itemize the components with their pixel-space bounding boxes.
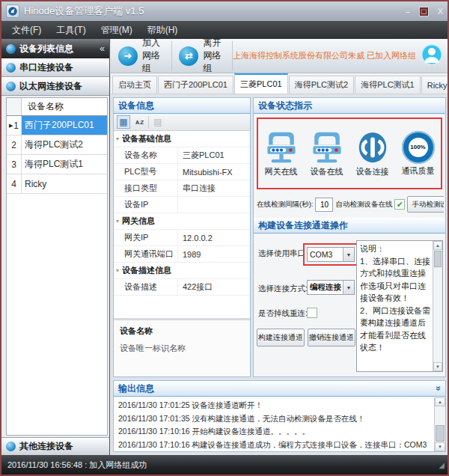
device-row-4[interactable]: 4 Ricky xyxy=(7,174,107,194)
device-name-cell[interactable]: 海得PLC测试2 xyxy=(22,135,107,154)
device-list-title: 设备列表信息 xyxy=(19,43,73,55)
group-serial-devices[interactable]: 串口连接设备 xyxy=(1,58,109,77)
title-bar: Hinode设备管理客户端 v1.5 – □ X xyxy=(1,1,448,21)
property-grid: ▾ 设备基础信息 设备名称 三菱PLC01 PLC型号 Mitsubishi-F… xyxy=(114,131,250,296)
scrollbar-thumb[interactable] xyxy=(434,251,442,267)
row-index: 4 xyxy=(7,174,22,193)
device-row-1[interactable]: ▶1 西门子200PLC01 xyxy=(7,116,107,135)
property-row[interactable]: PLC型号 Mitsubishi-FX xyxy=(114,164,250,180)
output-title: 输出信息 xyxy=(118,382,154,395)
leave-network-button[interactable]: ⇄ 离开网络组 xyxy=(171,39,232,73)
scroll-down-icon[interactable]: ▼ xyxy=(435,442,445,451)
tab-siemens-plc[interactable]: 西门子200PLC01 xyxy=(158,76,233,94)
scroll-up-icon[interactable]: ▲ xyxy=(435,397,445,406)
device-name-cell[interactable]: 海得PLC测试1 xyxy=(22,155,107,174)
category-collapse-icon[interactable]: ▾ xyxy=(116,135,119,142)
device-name-cell[interactable]: Ricky xyxy=(22,174,107,193)
device-status-header: 设备状态指示 xyxy=(254,98,445,114)
maximize-button[interactable]: □ xyxy=(419,7,429,16)
collapse-sidebar-icon[interactable]: « xyxy=(100,43,105,54)
indicator-device-online: 设备在线 xyxy=(305,130,349,177)
interval-input[interactable] xyxy=(315,198,333,212)
property-row[interactable]: 设备名称 三菱PLC01 xyxy=(114,147,250,164)
dropdown-icon[interactable]: ▼ xyxy=(343,281,354,294)
tab-hite-test1[interactable]: 海得PLC测试1 xyxy=(355,76,421,94)
tab-ricky[interactable]: Ricky xyxy=(421,76,449,94)
output-panel: 输出信息 « 2016/11/30 17:01:25 设备连接通道断开！ 201… xyxy=(113,380,446,452)
property-row[interactable]: 设备IP xyxy=(114,197,250,213)
reconnect-checkbox[interactable] xyxy=(307,308,317,318)
status-bar-text: 2016/11/30 16:56:48 : 加入网络组成功 xyxy=(7,460,147,471)
app-logo-icon xyxy=(6,4,19,18)
property-pages-icon: ▤ xyxy=(151,115,165,129)
note-scrollbar[interactable]: ▲ ▼ xyxy=(433,241,442,371)
tab-hite-test2[interactable]: 海得PLC测试2 xyxy=(289,76,355,94)
device-row-3[interactable]: 3 海得PLC测试1 xyxy=(7,155,107,174)
group-other-devices[interactable]: 其他连接设备 xyxy=(1,437,109,455)
tab-content: 设备信息 ▦ A↓Z ▤ ▾ 设备基础信息 设备名称 三菱PLC01 xyxy=(111,94,448,455)
user-avatar-icon[interactable] xyxy=(421,43,443,69)
output-log-area: 2016/11/30 17:01:25 设备连接通道断开！ 2016/11/30… xyxy=(114,397,445,451)
property-row[interactable]: 网关IP 12.0.0.2 xyxy=(114,230,250,246)
device-list-icon xyxy=(6,44,16,54)
device-list-header[interactable]: 设备列表信息 « xyxy=(1,39,109,58)
output-collapse-icon[interactable]: « xyxy=(433,386,444,391)
join-network-label: 加入网络组 xyxy=(142,37,164,75)
sort-alphabetical-icon[interactable]: A↓Z xyxy=(132,115,146,129)
output-scrollbar[interactable]: ▲ ▼ xyxy=(434,397,445,451)
device-status-title: 设备状态指示 xyxy=(258,100,312,112)
window-title: Hinode设备管理客户端 v1.5 xyxy=(24,4,144,18)
connect-mode-label: 选择连接方式: xyxy=(258,284,308,294)
category-description-info[interactable]: ▾ 设备描述信息 xyxy=(114,263,250,279)
scroll-up-icon[interactable]: ▲ xyxy=(433,241,442,250)
group-ethernet-devices[interactable]: 以太网连接设备 xyxy=(1,77,109,96)
device-info-title: 设备信息 xyxy=(118,100,154,112)
category-collapse-icon[interactable]: ▾ xyxy=(116,218,119,225)
tab-mitsubishi-plc[interactable]: 三菱PLC01 xyxy=(234,73,288,94)
manual-detect-button[interactable]: 手动检测设备在线 xyxy=(407,196,444,213)
column-device-name[interactable]: 设备名称 xyxy=(22,98,107,115)
device-list-panel: 设备列表信息 « 串口连接设备 以太网连接设备 设备名称 ▶1 西门子200PL… xyxy=(1,39,110,455)
build-channel-button[interactable]: 构建连接通道 xyxy=(257,329,305,347)
serial-port-label: 选择使用串口: xyxy=(258,248,308,259)
menu-manage[interactable]: 管理(M) xyxy=(94,21,140,39)
property-row[interactable]: 接口类型 串口连接 xyxy=(114,180,250,197)
minimize-button[interactable]: – xyxy=(406,7,410,16)
device-table-header: 设备名称 xyxy=(7,98,107,116)
property-description-box: 设备名称 设备唯一标识名称 xyxy=(114,318,250,376)
resize-grip-icon[interactable]: ◢ xyxy=(439,461,445,469)
join-network-button[interactable]: ➜ 加入网络组 xyxy=(111,39,171,73)
window-controls: – □ X xyxy=(406,7,443,16)
ethernet-group-icon xyxy=(6,82,16,91)
tab-home[interactable]: 启动主页 xyxy=(112,76,157,94)
serial-port-select[interactable]: COM3 ▼ xyxy=(307,247,355,262)
revoke-channel-button[interactable]: 撤销连接通道 xyxy=(308,329,355,347)
interval-label: 在线检测间隔(秒): xyxy=(257,200,313,210)
device-name-cell[interactable]: 西门子200PLC01 xyxy=(22,116,107,135)
status-indicators-box: 网关在线 设备在线 xyxy=(257,118,442,189)
menu-tools[interactable]: 工具(T) xyxy=(49,21,93,39)
property-row[interactable]: 设备描述 422接口 xyxy=(114,279,250,296)
channel-note-box: 说明： 1、选择串口、连接方式和掉线重连操作选项只对串口连接设备有效！ 2、网口… xyxy=(356,240,443,372)
category-collapse-icon[interactable]: ▾ xyxy=(116,267,119,274)
category-basic-info[interactable]: ▾ 设备基础信息 xyxy=(114,131,250,147)
property-row[interactable]: 网关通讯端口 1989 xyxy=(114,246,250,263)
categorized-view-icon[interactable]: ▦ xyxy=(117,115,130,129)
connect-mode-select[interactable]: 编程连接 ▼ xyxy=(307,280,355,295)
serial-group-icon xyxy=(6,63,16,73)
app-window: Hinode设备管理客户端 v1.5 – □ X 文件(F) 工具(T) 管理(… xyxy=(0,0,449,476)
auto-detect-label: 自动检测设备在线 xyxy=(335,200,392,210)
auto-detect-checkbox[interactable]: ✔ xyxy=(394,199,405,210)
scrollbar-thumb[interactable] xyxy=(436,425,445,442)
scroll-down-icon[interactable]: ▼ xyxy=(433,362,442,371)
close-button[interactable]: X xyxy=(438,7,443,16)
row-index: 3 xyxy=(7,155,22,174)
menu-file[interactable]: 文件(F) xyxy=(4,21,49,39)
comm-quality-value: 100% xyxy=(409,138,428,157)
dropdown-icon[interactable]: ▼ xyxy=(343,248,354,261)
device-row-2[interactable]: 2 海得PLC测试2 xyxy=(7,135,107,155)
leave-network-icon: ⇄ xyxy=(179,46,198,66)
group-label-serial: 串口连接设备 xyxy=(19,61,73,74)
category-gateway-info[interactable]: ▾ 网关信息 xyxy=(114,213,250,230)
row-index: 2 xyxy=(7,135,22,154)
